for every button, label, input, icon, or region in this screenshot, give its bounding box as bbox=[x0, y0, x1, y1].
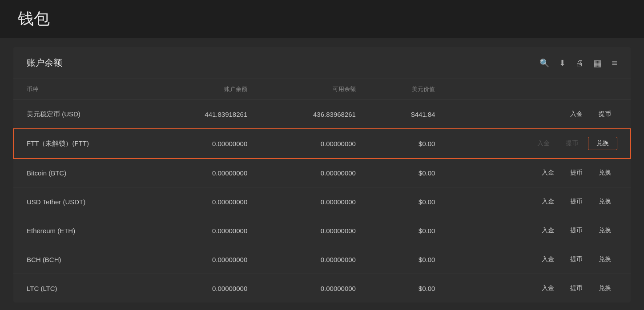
cell-usd-value: $0.00 bbox=[369, 187, 449, 216]
table-row: BCH (BCH)0.000000000.00000000$0.00入金提币兑换 bbox=[13, 245, 631, 274]
cell-available: 0.00000000 bbox=[261, 159, 369, 187]
exchange-button[interactable]: 兑换 bbox=[592, 253, 617, 266]
col-balance: 账户余额 bbox=[153, 79, 261, 100]
exchange-button[interactable]: 兑换 bbox=[588, 137, 617, 150]
table-row: Bitcoin (BTC)0.000000000.00000000$0.00入金… bbox=[13, 159, 631, 187]
cell-actions: 入金提币兑换 bbox=[448, 187, 631, 216]
table-row: FTT（未解锁）(FTT)0.000000000.00000000$0.00入金… bbox=[13, 129, 631, 159]
cell-currency: Bitcoin (BTC) bbox=[13, 159, 153, 187]
cell-actions: 入金提币兑换 bbox=[448, 245, 631, 274]
withdraw-button[interactable]: 提币 bbox=[564, 282, 589, 294]
col-currency: 币种 bbox=[13, 79, 153, 100]
withdraw-button: 提币 bbox=[559, 137, 584, 150]
print-icon[interactable] bbox=[576, 58, 584, 68]
withdraw-button[interactable]: 提币 bbox=[564, 167, 589, 179]
cell-balance: 0.00000000 bbox=[153, 187, 261, 216]
cell-currency: Ethereum (ETH) bbox=[13, 216, 153, 245]
col-usd: 美元价值 bbox=[369, 79, 449, 100]
cell-actions: 入金提币兑换 bbox=[448, 159, 631, 187]
cell-actions: 入金提币兑换 bbox=[448, 129, 631, 159]
col-actions bbox=[448, 79, 631, 100]
cell-balance: 0.00000000 bbox=[153, 129, 261, 159]
cell-available: 0.00000000 bbox=[261, 274, 369, 303]
exchange-button[interactable]: 兑换 bbox=[592, 195, 617, 208]
cell-currency: 美元稳定币 (USD) bbox=[13, 100, 153, 129]
cell-usd-value: $0.00 bbox=[369, 129, 449, 159]
withdraw-button[interactable]: 提币 bbox=[564, 253, 589, 266]
deposit-button[interactable]: 入金 bbox=[535, 167, 560, 179]
cell-currency: USD Tether (USDT) bbox=[13, 187, 153, 216]
cell-usd-value: $0.00 bbox=[369, 274, 449, 303]
exchange-button[interactable]: 兑换 bbox=[592, 224, 617, 237]
cell-usd-value: $441.84 bbox=[369, 100, 449, 129]
page-title: 钱包 bbox=[18, 9, 50, 28]
cell-available: 0.00000000 bbox=[261, 187, 369, 216]
table-row: USD Tether (USDT)0.000000000.00000000$0.… bbox=[13, 187, 631, 216]
cell-available: 0.00000000 bbox=[261, 216, 369, 245]
card-title: 账户余额 bbox=[27, 57, 62, 69]
cell-currency: FTT（未解锁）(FTT) bbox=[13, 129, 153, 159]
cell-actions: 入金提币兑换 bbox=[448, 216, 631, 245]
cell-balance: 0.00000000 bbox=[153, 216, 261, 245]
deposit-button: 入金 bbox=[531, 137, 556, 150]
table-row: 美元稳定币 (USD)441.83918261436.83968261$441.… bbox=[13, 100, 631, 129]
col-available: 可用余额 bbox=[261, 79, 369, 100]
filter-icon[interactable] bbox=[612, 57, 617, 69]
cell-available: 0.00000000 bbox=[261, 245, 369, 274]
cell-balance: 0.00000000 bbox=[153, 159, 261, 187]
table-row: LTC (LTC)0.000000000.00000000$0.00入金提币兑换 bbox=[13, 274, 631, 303]
deposit-button[interactable]: 入金 bbox=[535, 224, 560, 237]
cell-actions: 入金提币兑换 bbox=[448, 274, 631, 303]
cell-usd-value: $0.00 bbox=[369, 216, 449, 245]
card-header: 账户余额 bbox=[13, 47, 631, 79]
table-header-row: 币种 账户余额 可用余额 美元价值 bbox=[13, 79, 631, 100]
cell-currency: LTC (LTC) bbox=[13, 274, 153, 303]
toolbar-icons bbox=[539, 57, 617, 69]
deposit-button[interactable]: 入金 bbox=[535, 282, 560, 294]
withdraw-button[interactable]: 提币 bbox=[564, 195, 589, 208]
exchange-button[interactable]: 兑换 bbox=[592, 282, 617, 294]
withdraw-button[interactable]: 提币 bbox=[592, 108, 617, 120]
cell-currency: BCH (BCH) bbox=[13, 245, 153, 274]
table-row: Ethereum (ETH)0.000000000.00000000$0.00入… bbox=[13, 216, 631, 245]
wallet-card: 账户余额 币种 账户余额 可用余额 美元价值 美元稳定币 (USD)441.83… bbox=[13, 47, 631, 302]
cell-actions: 入金提币 bbox=[448, 100, 631, 129]
search-icon[interactable] bbox=[539, 58, 549, 68]
cell-available: 436.83968261 bbox=[261, 100, 369, 129]
balance-table: 币种 账户余额 可用余额 美元价值 美元稳定币 (USD)441.8391826… bbox=[13, 79, 631, 302]
columns-icon[interactable] bbox=[593, 58, 602, 68]
download-icon[interactable] bbox=[559, 58, 566, 68]
cell-balance: 0.00000000 bbox=[153, 274, 261, 303]
cell-balance: 441.83918261 bbox=[153, 100, 261, 129]
exchange-button[interactable]: 兑换 bbox=[592, 167, 617, 179]
withdraw-button[interactable]: 提币 bbox=[564, 224, 589, 237]
page-header: 钱包 bbox=[0, 0, 644, 38]
deposit-button[interactable]: 入金 bbox=[535, 195, 560, 208]
cell-usd-value: $0.00 bbox=[369, 159, 449, 187]
deposit-button[interactable]: 入金 bbox=[564, 108, 589, 120]
cell-balance: 0.00000000 bbox=[153, 245, 261, 274]
cell-available: 0.00000000 bbox=[261, 129, 369, 159]
deposit-button[interactable]: 入金 bbox=[535, 253, 560, 266]
cell-usd-value: $0.00 bbox=[369, 245, 449, 274]
